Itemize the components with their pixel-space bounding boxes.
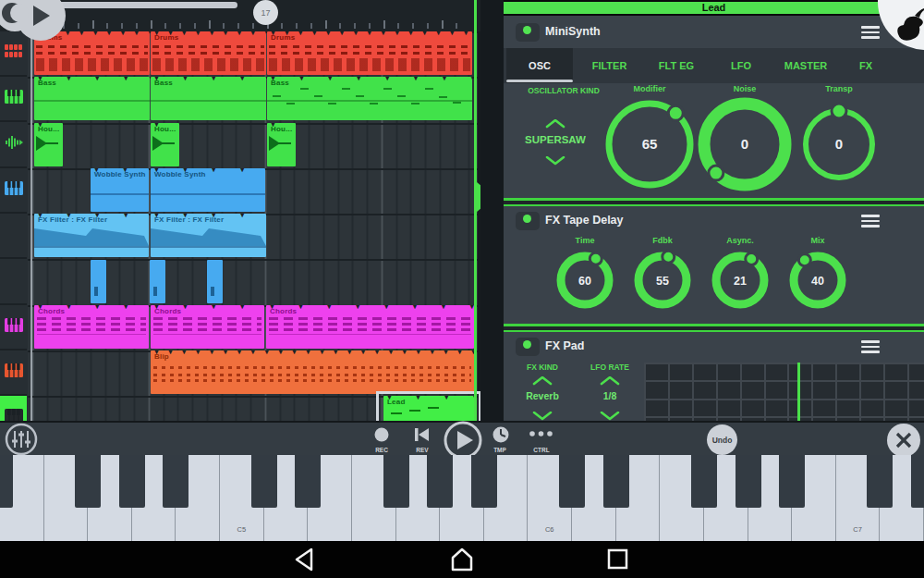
record-button[interactable] — [372, 425, 391, 444]
black-key[interactable] — [736, 455, 761, 508]
corner-menu-widget[interactable] — [0, 0, 74, 46]
clip-texture — [267, 100, 472, 102]
menu-hamburger-icon[interactable] — [861, 340, 880, 353]
spinner-value[interactable]: 1/8 — [564, 390, 656, 401]
chevron-up-icon[interactable] — [532, 376, 553, 386]
knob-mix[interactable]: 40 — [781, 243, 855, 317]
clip-chords[interactable]: ▼▼▼▼▼Chords — [34, 305, 149, 349]
knob-time[interactable]: 60 — [548, 243, 622, 317]
black-key[interactable] — [383, 455, 409, 508]
clip-texture — [37, 317, 146, 320]
power-led[interactable] — [516, 338, 540, 356]
tab-master[interactable]: MASTER — [773, 48, 838, 83]
bar-position-marker[interactable]: 17 — [253, 0, 278, 25]
control-button[interactable] — [527, 428, 556, 439]
clip-wobble-synth[interactable]: ▼▼▼▼Wobble Synth — [91, 168, 149, 212]
fxpad-grid[interactable] — [644, 363, 924, 421]
black-key[interactable] — [119, 455, 145, 508]
clip-hou-[interactable]: ▼▼Hou... — [267, 123, 296, 166]
chevron-down-icon[interactable] — [600, 412, 620, 421]
clip-hou-[interactable]: ▼▼Hou... — [151, 123, 179, 166]
clip-texture — [37, 334, 146, 336]
clip-audio[interactable] — [91, 260, 106, 303]
close-button[interactable] — [886, 423, 921, 458]
clip-texture — [152, 58, 264, 71]
clip-texture — [91, 193, 149, 195]
undo-button[interactable]: Undo — [707, 424, 737, 455]
clip-blip[interactable]: ▼▼▼▼▼▼▼▼▼▼▼▼▼▼▼▼▼▼▼▼▼▼▼▼▼Blip — [151, 350, 474, 394]
black-key[interactable] — [0, 455, 13, 508]
black-key[interactable] — [427, 455, 453, 508]
clip-bass[interactable]: ▼▼▼▼▼▼▼▼▼Bass — [267, 77, 472, 120]
black-key[interactable] — [603, 455, 629, 508]
power-led[interactable] — [516, 23, 540, 42]
black-key[interactable] — [691, 455, 717, 508]
black-key[interactable] — [295, 455, 321, 508]
black-key[interactable] — [867, 455, 893, 508]
clip-note — [428, 407, 439, 409]
knob-async[interactable]: 21 — [703, 243, 777, 317]
tab-flt-eg[interactable]: FLT EG — [644, 48, 709, 83]
chevron-down-icon[interactable] — [545, 156, 565, 166]
android-navbar — [0, 541, 924, 578]
clip-note — [300, 88, 309, 90]
black-key[interactable] — [251, 455, 277, 508]
clip-texture — [152, 52, 264, 55]
black-key[interactable] — [75, 455, 101, 508]
clip-note — [391, 412, 402, 414]
black-key[interactable] — [779, 455, 805, 508]
tab-lfo[interactable]: LFO — [713, 48, 769, 83]
menu-hamburger-icon[interactable] — [861, 215, 880, 228]
clip-audio[interactable] — [207, 260, 223, 303]
clip-label: Wobble Synth — [154, 170, 206, 178]
clip-label: Hou... — [271, 125, 292, 133]
clip-chords[interactable]: ▼▼▼▼▼Chords — [151, 305, 264, 349]
piano-keyboard[interactable]: C5C6C7 — [0, 455, 924, 541]
clip-drums[interactable]: ▼▼▼▼▼▼▼▼▼▼▼▼▼▼▼▼Drums — [267, 31, 472, 75]
selected-track-bar[interactable]: Lead — [504, 0, 924, 16]
knob-noise[interactable]: 0 — [691, 91, 798, 198]
clip-hou-[interactable]: ▼▼Hou... — [34, 123, 63, 166]
clip-label: Hou... — [38, 125, 59, 133]
clip-label: FX Filter : FX Filter — [38, 215, 107, 224]
nav-back-icon[interactable] — [292, 547, 318, 572]
black-key[interactable] — [471, 455, 497, 508]
clip-bass[interactable]: ▼▼▼▼▼▼Bass — [34, 77, 150, 120]
oscillator-kind-value[interactable]: SUPERSAW — [505, 134, 606, 145]
tempo-button[interactable] — [491, 424, 511, 445]
black-key[interactable] — [163, 455, 188, 508]
mixer-button[interactable] — [4, 423, 39, 457]
nav-home-icon[interactable] — [449, 547, 475, 572]
clip-fx-filter-fx-filter[interactable]: ▼▼▼▼▼FX Filter : FX Filter — [34, 214, 149, 257]
clip-chords[interactable]: ▼▼▼▼▼▼▼▼▼Chords — [266, 305, 474, 349]
rewind-label: REV — [404, 447, 441, 453]
chevron-up-icon[interactable] — [545, 119, 565, 129]
nav-recents-icon[interactable] — [604, 547, 630, 572]
chevron-down-icon[interactable] — [532, 412, 553, 421]
rewind-button[interactable] — [412, 425, 432, 444]
power-led[interactable] — [516, 212, 540, 230]
clip-lead[interactable]: ▼▼▼▼▼Lead — [383, 396, 475, 421]
playhead-handle[interactable] — [477, 182, 480, 212]
black-key[interactable] — [911, 455, 924, 508]
clip-drums[interactable]: ▼▼▼▼▼▼▼▼▼▼Drums — [151, 31, 266, 75]
clip-wobble-synth[interactable]: ▼▼▼▼▼Wobble Synth — [151, 168, 265, 212]
clip-texture — [36, 52, 148, 55]
spinner-label: LFO RATE — [564, 363, 656, 372]
chevron-up-icon[interactable] — [600, 376, 620, 386]
playlist-arrangement[interactable]: ▼▼▼▼▼▼▼▼▼▼Drums▼▼▼▼▼▼▼▼▼▼Drums▼▼▼▼▼▼▼▼▼▼… — [0, 0, 480, 421]
clip-note — [411, 103, 419, 105]
fl-logo[interactable] — [869, 0, 924, 54]
black-key[interactable] — [559, 455, 585, 508]
knob-transp[interactable]: 0 — [793, 98, 885, 191]
knob-fdbk[interactable]: 55 — [626, 243, 699, 317]
clip-bass[interactable]: ▼▼▼▼▼▼Bass — [151, 77, 266, 120]
clip-audio[interactable] — [150, 260, 165, 303]
clip-note — [342, 88, 350, 90]
minisynth-tabrow: OSCFILTERFLT EGLFOMASTERFX — [504, 48, 924, 83]
clip-fx-filter-fx-filter[interactable]: ▼▼▼▼▼▼FX Filter : FX Filter — [151, 214, 266, 257]
clip-texture — [269, 45, 470, 48]
tab-filter[interactable]: FILTER — [579, 48, 639, 83]
knob-modifier[interactable]: 65 — [596, 91, 703, 198]
tab-osc[interactable]: OSC — [506, 48, 573, 83]
